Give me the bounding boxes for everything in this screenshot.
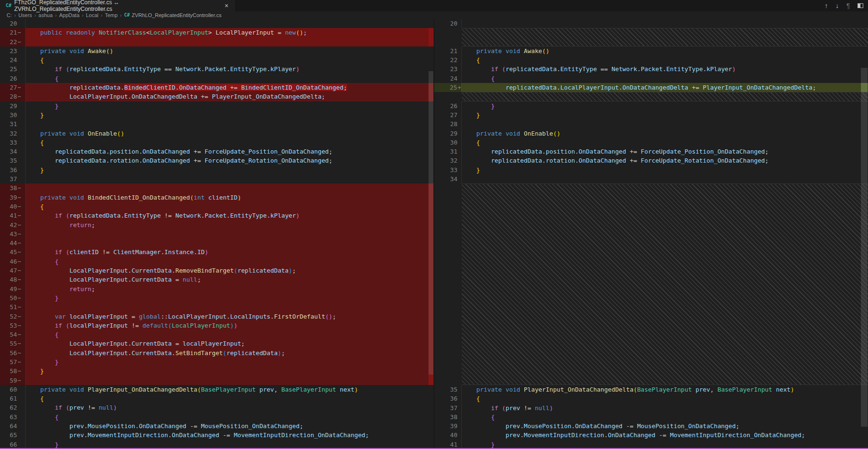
code-line[interactable]: 61 {	[0, 394, 434, 403]
breadcrumb-segment[interactable]: Local	[86, 12, 98, 18]
code-line[interactable]: 41− if (replicatedData.EntityType != Net…	[0, 211, 434, 220]
code-line[interactable]: 31 replicatedData.position.OnDataChanged…	[434, 147, 868, 156]
code-line[interactable]: 30 {	[434, 138, 868, 147]
code-line[interactable]: 21 private void Awake()	[434, 46, 868, 55]
code-line[interactable]: 39 prev.MousePosition.OnDataChanged -= M…	[434, 422, 868, 431]
code-line[interactable]: 29 }	[0, 101, 434, 110]
code-line[interactable]: 37 if (prev != null)	[434, 403, 868, 412]
code-line[interactable]: 25+ replicatedData.LocalPlayerInput.OnDa…	[434, 83, 868, 92]
code-line[interactable]: 27− replicatedData.BindedClientID.OnData…	[0, 83, 434, 92]
breadcrumb-segment[interactable]: AppData	[59, 12, 80, 18]
code-text	[26, 183, 434, 192]
whitespace-icon[interactable]: ¶	[846, 2, 850, 9]
code-line[interactable]: 49− return;	[0, 284, 434, 293]
code-line[interactable]: 28− LocalPlayerInput.OnDataChangedDelta …	[0, 92, 434, 101]
code-line[interactable]: 27 }	[434, 110, 868, 119]
code-line[interactable]: 57− }	[0, 357, 434, 367]
code-text: {	[26, 412, 434, 422]
breadcrumb-segment[interactable]: C:	[7, 12, 12, 18]
code-line[interactable]: 55− LocalPlayerInput.CurrentData = local…	[0, 339, 434, 348]
breadcrumb-file[interactable]: C#ZVRhLO_ReplicatedEntityController.cs	[124, 12, 222, 18]
line-number: 50	[0, 293, 17, 302]
code-line[interactable]: 42− return;	[0, 220, 434, 229]
code-line[interactable]: 32 replicatedData.rotation.OnDataChanged…	[434, 156, 868, 165]
code-line[interactable]: 33 {	[0, 138, 434, 147]
code-line[interactable]: 56− LocalPlayerInput.CurrentData.SetBind…	[0, 348, 434, 357]
code-line[interactable]: 26 }	[434, 101, 868, 110]
line-number: 35	[434, 385, 457, 394]
code-line[interactable]: 22 {	[434, 55, 868, 64]
code-text: }	[462, 101, 868, 110]
code-line[interactable]: 34 replicatedData.position.OnDataChanged…	[0, 147, 434, 156]
line-gutter: 32	[0, 129, 26, 138]
line-gutter: 33	[0, 138, 26, 147]
code-line[interactable]: 59−	[0, 376, 434, 385]
breadcrumb-segment[interactable]: Temp	[105, 12, 118, 18]
code-line[interactable]: 36 {	[434, 394, 868, 403]
code-line[interactable]: 46− {	[0, 257, 434, 266]
code-text: if (prev != null)	[26, 403, 434, 412]
original-editor-pane[interactable]: 2021− public readonly NotifierClass<Loca…	[0, 19, 434, 449]
code-line[interactable]: 24 {	[434, 74, 868, 83]
close-icon[interactable]: ×	[225, 2, 228, 9]
code-line[interactable]: 62 if (prev != null)	[0, 403, 434, 412]
code-line[interactable]: 60 private void PlayerInput_OnDataChange…	[0, 385, 434, 394]
code-line[interactable]: 44−	[0, 238, 434, 247]
code-text: LocalPlayerInput.CurrentData = localPlay…	[26, 339, 434, 348]
code-line[interactable]: 39− private void BindedClientID_OnDataCh…	[0, 193, 434, 202]
breadcrumb-segment[interactable]: ashua	[38, 12, 53, 18]
split-view-icon[interactable]	[858, 3, 863, 8]
code-line[interactable]: 63 {	[0, 412, 434, 422]
code-line[interactable]: 31	[0, 119, 434, 128]
code-line[interactable]: 26 {	[0, 74, 434, 83]
code-line[interactable]: 37	[0, 174, 434, 183]
line-number: 35	[0, 156, 17, 165]
code-text: var localPlayerInput = global::LocalPlay…	[26, 312, 434, 321]
code-line[interactable]: 58− }	[0, 367, 434, 376]
previous-change-icon[interactable]: ↑	[824, 2, 828, 9]
code-line[interactable]: 23 private void Awake()	[0, 46, 434, 55]
scrollbar-thumb[interactable]	[861, 68, 868, 427]
code-line[interactable]: 20	[434, 19, 868, 28]
code-line[interactable]: 25 if (replicatedData.EntityType == Netw…	[0, 64, 434, 73]
code-line[interactable]: 53− if (localPlayerInput != default(Loca…	[0, 321, 434, 330]
modified-editor-pane[interactable]: 2021 private void Awake()22 {23 if (repl…	[434, 19, 868, 449]
code-line[interactable]: 47− LocalPlayerInput.CurrentData.RemoveB…	[0, 266, 434, 275]
code-line[interactable]: 65 prev.MovementInputDirection.OnDataCha…	[0, 431, 434, 440]
code-text: public readonly NotifierClass<LocalPlaye…	[26, 28, 434, 37]
code-line[interactable]: 34	[434, 174, 868, 183]
code-line[interactable]: 51−	[0, 302, 434, 312]
code-line[interactable]: 36 }	[0, 165, 434, 174]
code-text: private void Awake()	[26, 46, 434, 55]
code-line[interactable]: 35 private void PlayerInput_OnDataChange…	[434, 385, 868, 394]
code-line[interactable]: 23 if (replicatedData.EntityType == Netw…	[434, 64, 868, 73]
code-line[interactable]: 28	[434, 119, 868, 128]
code-line[interactable]: 38 {	[434, 412, 868, 422]
code-line[interactable]: 35 replicatedData.rotation.OnDataChanged…	[0, 156, 434, 165]
code-line[interactable]: 64 prev.MousePosition.OnDataChanged -= M…	[0, 422, 434, 431]
removed-line-marker: −	[17, 367, 21, 376]
code-line[interactable]: 21− public readonly NotifierClass<LocalP…	[0, 28, 434, 37]
code-line[interactable]: 45− if (clientID != ClientManager.Instan…	[0, 247, 434, 257]
diff-tab[interactable]: C# FThzGO_ReplicatedEntityController.cs …	[0, 0, 235, 11]
code-line[interactable]: 52− var localPlayerInput = global::Local…	[0, 312, 434, 321]
code-line[interactable]: 24 {	[0, 55, 434, 64]
code-line[interactable]: 48− LocalPlayerInput.CurrentData = null;	[0, 275, 434, 284]
code-line[interactable]: 32 private void OnEnable()	[0, 129, 434, 138]
code-line[interactable]: 38−	[0, 183, 434, 192]
code-line[interactable]: 29 private void OnEnable()	[434, 129, 868, 138]
code-line[interactable]: 43−	[0, 229, 434, 238]
breadcrumb-segment[interactable]: Users	[18, 12, 32, 18]
line-gutter: 51−	[0, 302, 26, 312]
scrollbar-thumb[interactable]	[429, 71, 433, 375]
code-line[interactable]: 20	[0, 19, 434, 28]
code-line[interactable]: 54− {	[0, 330, 434, 339]
code-line[interactable]: 40 prev.MovementInputDirection.OnDataCha…	[434, 431, 868, 440]
code-line[interactable]: 22−	[0, 37, 434, 46]
code-line[interactable]: 50− }	[0, 293, 434, 302]
code-line[interactable]: 33 }	[434, 165, 868, 174]
next-change-icon[interactable]: ↓	[835, 2, 839, 9]
code-text: }	[26, 367, 434, 376]
code-line[interactable]: 40− {	[0, 202, 434, 211]
code-line[interactable]: 30 }	[0, 110, 434, 119]
